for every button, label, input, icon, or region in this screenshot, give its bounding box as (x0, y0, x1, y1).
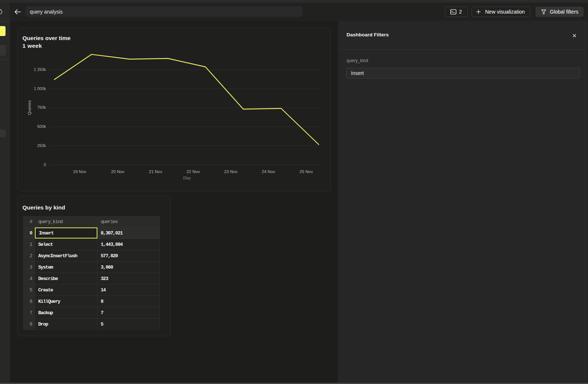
svg-text:0: 0 (44, 162, 46, 167)
svg-text:Day: Day (183, 176, 191, 180)
svg-text:1 250k: 1 250k (34, 67, 46, 72)
svg-text:19 Nov: 19 Nov (73, 169, 86, 174)
svg-text:22 Nov: 22 Nov (186, 169, 200, 174)
svg-text:500k: 500k (37, 124, 46, 129)
svg-text:750k: 750k (37, 105, 46, 110)
svg-text:25 Nov: 25 Nov (300, 169, 313, 174)
svg-text:Queries: Queries (27, 100, 32, 115)
svg-text:24 Nov: 24 Nov (262, 169, 275, 174)
svg-text:20 Nov: 20 Nov (111, 169, 125, 174)
svg-text:250k: 250k (37, 143, 46, 148)
svg-text:21 Nov: 21 Nov (149, 169, 162, 174)
svg-text:23 Nov: 23 Nov (224, 169, 238, 174)
svg-text:1 000k: 1 000k (34, 86, 46, 91)
